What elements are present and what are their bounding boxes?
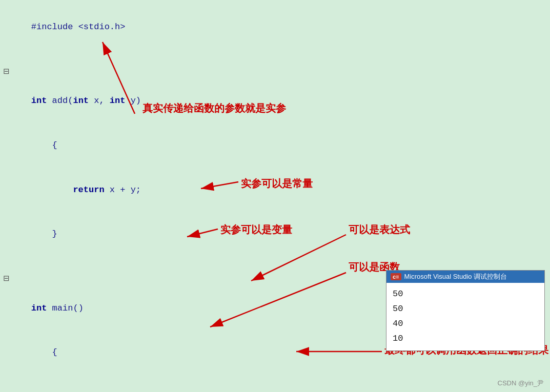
main-rest: main() bbox=[47, 303, 83, 313]
blank-line-1 bbox=[10, 50, 540, 65]
collapse-btn-add[interactable]: ⊟ bbox=[3, 65, 10, 78]
console-body: 50 50 40 10 bbox=[386, 283, 544, 350]
console-cs-badge: c≡ bbox=[391, 273, 401, 280]
kw-int-main: int bbox=[31, 303, 47, 313]
console-window: c≡ Microsoft Visual Studio 调试控制台 50 50 4… bbox=[386, 270, 545, 351]
console-title-bar: c≡ Microsoft Visual Studio 调试控制台 bbox=[386, 271, 544, 283]
console-title-text: Microsoft Visual Studio 调试控制台 bbox=[404, 272, 507, 281]
int-a-line: int a = 20; bbox=[10, 375, 540, 392]
brace-open-add: { bbox=[10, 123, 540, 168]
collapse-btn-main[interactable]: ⊟ bbox=[3, 272, 10, 285]
blank-line-2 bbox=[10, 257, 540, 272]
console-output-line-1: 50 bbox=[393, 287, 538, 302]
console-output-line-2: 50 bbox=[393, 302, 538, 317]
return-line: return x + y; bbox=[10, 168, 540, 213]
console-output-line-4: 10 bbox=[393, 332, 538, 346]
brace-close-add: } bbox=[10, 212, 540, 257]
add-decl-line: ⊟ int add(int x, int y) bbox=[10, 65, 540, 124]
include-line: #include <stdio.h> bbox=[10, 5, 540, 50]
include-text: #include <stdio.h> bbox=[31, 22, 126, 32]
console-output-line-3: 40 bbox=[393, 317, 538, 332]
kw-int-add: int bbox=[31, 96, 47, 106]
add-fn-rest: add(int x, int y) bbox=[47, 96, 141, 106]
csdn-watermark: CSDN @yin_尹 bbox=[498, 379, 544, 388]
